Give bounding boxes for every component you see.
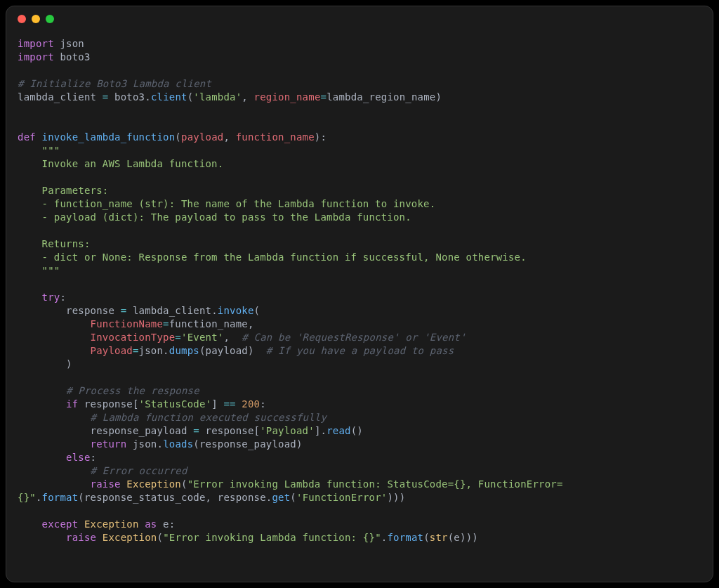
ident: function_name <box>169 318 248 329</box>
keyword-try: try <box>18 292 60 303</box>
string-literal: 'FunctionError' <box>296 492 387 503</box>
indent <box>18 518 42 530</box>
indent <box>18 412 91 423</box>
ident: lambda_client <box>126 305 211 316</box>
bracket: [ <box>254 425 260 436</box>
number-literal: 200 <box>242 398 260 410</box>
var-response: response <box>66 305 121 316</box>
dot: . <box>163 345 169 356</box>
minimize-icon[interactable] <box>32 15 40 23</box>
paren: () <box>351 425 363 436</box>
bracket: ] <box>315 425 321 436</box>
dot: . <box>36 492 42 503</box>
indent <box>18 305 66 316</box>
op-assign: = <box>163 318 169 329</box>
paren: ( <box>157 532 163 543</box>
indent <box>18 332 91 343</box>
indent <box>18 318 91 329</box>
class-exception: Exception <box>78 518 145 530</box>
docstring: Parameters: <box>18 185 108 196</box>
docstring: """ <box>18 265 60 276</box>
method-invoke: invoke <box>218 305 254 316</box>
dot: . <box>157 438 163 450</box>
paren: ))) <box>460 532 478 543</box>
keyword-return: return <box>91 438 127 450</box>
method-get: get <box>272 492 290 503</box>
op-assign: = <box>321 91 327 103</box>
keyword-raise: raise <box>66 532 96 543</box>
paren: ) <box>18 358 72 370</box>
comma: , <box>242 91 253 103</box>
indent <box>18 465 91 476</box>
close-icon[interactable] <box>18 15 26 23</box>
string-literal: 'Payload' <box>260 425 315 436</box>
indent <box>18 345 91 356</box>
paren: ))) <box>387 492 405 503</box>
comment: # Can be 'RequestResponse' or 'Event' <box>242 332 466 343</box>
method-loads: loads <box>163 438 193 450</box>
keyword-if: if <box>66 398 78 410</box>
op-assign: = <box>175 332 181 343</box>
builtin-str: str <box>430 532 448 543</box>
keyword-raise: raise <box>91 478 121 490</box>
string-literal: 'Event' <box>181 332 223 343</box>
comment: # If you have a payload to pass <box>266 345 454 356</box>
op-assign: = <box>133 345 139 356</box>
docstring: """ <box>18 145 60 156</box>
docstring: - dict or None: Response from the Lambda… <box>18 251 527 263</box>
maximize-icon[interactable] <box>46 15 54 23</box>
colon: : <box>91 452 97 463</box>
ident: response_payload <box>199 438 296 450</box>
paren: ): <box>315 131 326 143</box>
ident: response <box>78 398 133 410</box>
docstring: - payload (dict): The payload to pass to… <box>18 211 411 223</box>
ident: response <box>199 425 254 436</box>
keyword-as: as <box>145 518 157 530</box>
ident: e <box>157 518 169 530</box>
ident: response <box>218 492 266 503</box>
op-eq: == <box>223 398 235 410</box>
module-boto3: boto3 <box>54 51 91 63</box>
keyword-import: import <box>18 51 54 63</box>
string-literal: 'StatusCode' <box>139 398 212 410</box>
class-exception: Exception <box>121 478 181 490</box>
method-read: read <box>326 425 351 436</box>
comma: , <box>223 332 242 343</box>
paren: ( <box>193 438 199 450</box>
dot: . <box>211 305 218 316</box>
kwarg-invocationtype: InvocationType <box>91 332 176 343</box>
kwarg-payload: Payload <box>91 345 133 356</box>
docstring: Invoke an AWS Lambda function. <box>18 158 223 169</box>
comma: , <box>223 131 235 143</box>
comma: , <box>206 492 218 503</box>
colon: : <box>169 518 176 530</box>
paren: ( <box>254 305 260 316</box>
bracket: [ <box>133 398 139 410</box>
code-editor[interactable]: import json import boto3 # Initialize Bo… <box>6 32 713 582</box>
dot: . <box>321 425 327 436</box>
indent <box>18 478 91 490</box>
string-literal: 'lambda' <box>193 91 242 103</box>
paren: ) <box>435 91 442 103</box>
function-name: invoke_lambda_function <box>36 131 175 143</box>
paren: ( <box>78 492 84 503</box>
ident: e <box>454 532 460 543</box>
method-format: format <box>42 492 79 503</box>
bracket: ] <box>211 398 223 410</box>
paren: ( <box>423 532 430 543</box>
indent <box>18 398 66 410</box>
code-window: import json import boto3 # Initialize Bo… <box>6 6 713 582</box>
ident: response_status_code <box>84 492 206 503</box>
paren: ) <box>248 345 266 356</box>
class-exception: Exception <box>96 532 157 543</box>
ident-json: json <box>126 438 157 450</box>
method-dumps: dumps <box>169 345 199 356</box>
ident-boto3: boto3 <box>108 91 145 103</box>
ident-json: json <box>139 345 164 356</box>
keyword-def: def <box>18 131 36 143</box>
paren: ( <box>181 478 187 490</box>
indent <box>18 452 66 463</box>
comment: # Lambda function executed successfully <box>91 412 327 423</box>
var: response_payload <box>91 425 194 436</box>
ident: lambda_region_name <box>326 91 435 103</box>
